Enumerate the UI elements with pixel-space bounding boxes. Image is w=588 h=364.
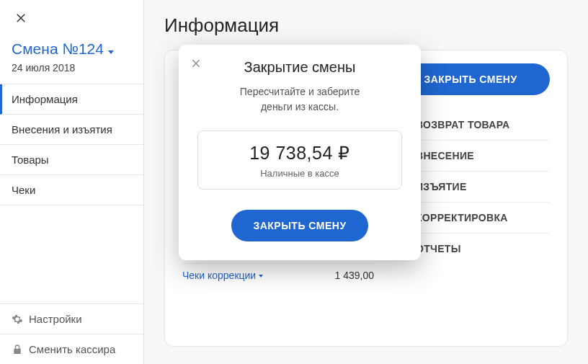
close-shift-modal: Закрытие смены Пересчитайте и заберите д… [179,45,421,260]
lock-icon [12,344,23,355]
correction-row: Чеки коррекции 1 439,00 [182,264,374,287]
correction-checks-link[interactable]: Чеки коррекции [182,270,263,281]
gear-icon [12,314,23,325]
sidebar-item-info[interactable]: Информация [0,84,143,115]
sidebar-item-deposits[interactable]: Внесения и изъятия [0,115,143,145]
sidebar: Смена №124 24 июля 2018 Информация Внесе… [0,0,144,364]
cash-box: 19 738,54 ₽ Наличные в кассе [197,130,402,190]
change-cashier-button[interactable]: Сменить кассира [0,334,143,364]
close-icon [190,58,202,69]
modal-title: Закрытие смены [197,59,402,76]
settings-button[interactable]: Настройки [0,303,143,334]
sidebar-nav: Информация Внесения и изъятия Товары Чек… [0,84,143,205]
chevron-down-icon [108,50,114,54]
modal-close-button[interactable] [190,58,205,72]
correction-value: 1 439,00 [335,270,375,281]
settings-label: Настройки [29,313,82,325]
sidebar-item-receipts[interactable]: Чеки [0,175,143,205]
change-cashier-label: Сменить кассира [29,343,115,355]
chevron-down-icon [259,275,263,278]
close-icon [14,12,27,25]
sidebar-bottom: Настройки Сменить кассира [0,303,143,364]
close-sidebar-button[interactable] [0,0,143,33]
shift-label: Смена №124 [12,40,104,58]
modal-subtitle: Пересчитайте и заберите деньги из кассы. [197,84,402,115]
cash-label: Наличные в кассе [205,168,394,179]
cash-amount: 19 738,54 ₽ [205,143,394,164]
page-title: Информация [164,14,568,37]
shift-date: 24 июля 2018 [12,62,143,74]
shift-selector[interactable]: Смена №124 24 июля 2018 [0,33,143,84]
sidebar-item-goods[interactable]: Товары [0,145,143,175]
modal-confirm-button[interactable]: ЗАКРЫТЬ СМЕНУ [231,210,368,241]
